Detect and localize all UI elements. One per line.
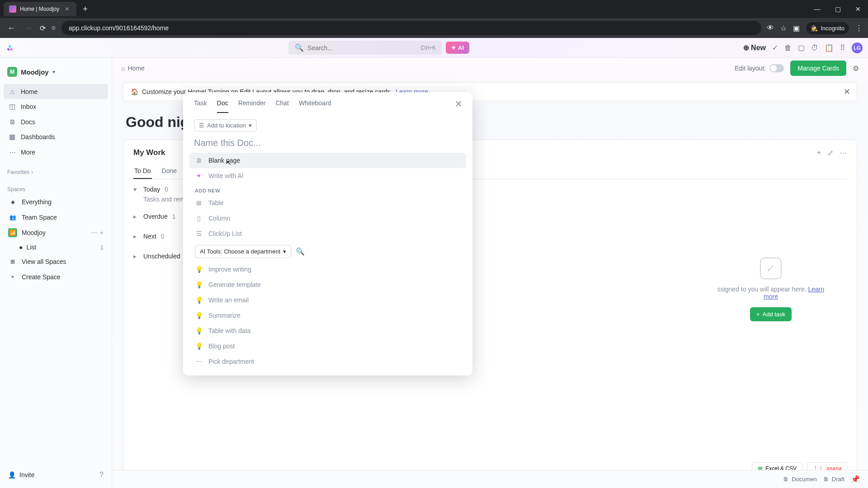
ai-blog-post[interactable]: 💡 Blog post — [189, 338, 466, 354]
tab-close-icon[interactable]: ✕ — [63, 6, 71, 12]
caret-right-icon[interactable]: ▸ — [133, 213, 139, 220]
sidebar-item-inbox[interactable]: ◫ Inbox — [4, 99, 108, 114]
ai-summarize[interactable]: 💡 Summarize — [189, 308, 466, 323]
search-box[interactable]: 🔍 Ctrl+K — [288, 41, 442, 55]
expand-icon[interactable]: ⤢ — [827, 149, 833, 157]
breadcrumb[interactable]: Home — [127, 65, 144, 72]
option-clickup-list[interactable]: ☰ ClickUp List — [189, 226, 466, 241]
dock-draft[interactable]: 🗎 Draft — [823, 476, 844, 483]
card-title: My Work — [133, 148, 165, 157]
ai-generate-template[interactable]: 💡 Generate template — [189, 277, 466, 292]
modal-tab-whiteboard[interactable]: Whiteboard — [299, 99, 331, 113]
menu-icon[interactable]: ⋮ — [855, 24, 863, 33]
space-moodjoy[interactable]: 📶 Moodjoy ⋯ + — [4, 225, 108, 240]
invite-button[interactable]: 👤 Invite — [8, 471, 34, 479]
doc-icon: 🗎 — [8, 118, 16, 126]
manage-cards-button[interactable]: Manage Cards — [790, 61, 846, 76]
workspace-name: Moodjoy — [21, 68, 49, 76]
search-icon[interactable]: 🔍 — [296, 247, 305, 256]
sidebar-item-home[interactable]: ⌂ Home — [4, 84, 108, 99]
url-bar[interactable]: app.clickup.com/9016164592/home — [61, 21, 761, 35]
edit-layout-toggle[interactable] — [769, 64, 784, 72]
ellipsis-icon[interactable]: ⋯ — [840, 149, 847, 157]
option-blank-page[interactable]: 🗎 Blank page — [189, 153, 466, 168]
video-icon[interactable]: ▢ — [798, 43, 805, 52]
option-write-ai[interactable]: ✦ Write with AI — [189, 168, 466, 183]
doc-icon: 🗎 — [783, 476, 789, 483]
bulb-icon: 💡 — [195, 343, 203, 350]
add-location-button[interactable]: ☰ Add to location ▾ — [194, 119, 257, 131]
view-all-spaces[interactable]: ⊞ View all Spaces — [4, 254, 108, 269]
chevron-right-icon: › — [31, 169, 33, 175]
space-list-item[interactable]: ● List 1 — [4, 240, 108, 254]
maximize-icon[interactable]: ▢ — [831, 4, 844, 14]
caret-right-icon[interactable]: ▸ — [133, 253, 139, 260]
clock-icon[interactable]: ⏱ — [811, 44, 818, 52]
check-circle-icon[interactable]: ✓ — [772, 43, 778, 52]
grid-icon: ⊞ — [8, 257, 17, 266]
ai-tools-dropdown[interactable]: AI Tools: Choose a department ▾ — [195, 245, 291, 258]
modal-tab-doc[interactable]: Doc — [217, 99, 228, 113]
space-team[interactable]: 👥 Team Space — [4, 210, 108, 225]
sidebar-item-docs[interactable]: 🗎 Docs — [4, 114, 108, 129]
site-settings-icon[interactable]: ⚙ — [51, 25, 56, 31]
new-button[interactable]: ⊕ New — [743, 43, 766, 52]
close-icon[interactable]: ✕ — [455, 99, 462, 109]
ai-table-data[interactable]: 💡 Table with data — [189, 323, 466, 338]
sidebar-item-dashboards[interactable]: ▦ Dashboards — [4, 129, 108, 145]
ai-pick-department[interactable]: ⋯ Pick department — [189, 354, 466, 369]
chevron-down-icon: ▾ — [249, 122, 252, 129]
option-table[interactable]: ⊞ Table — [189, 195, 466, 211]
help-icon[interactable]: ? — [99, 471, 104, 479]
bulb-icon: 💡 — [195, 296, 203, 304]
space-everything[interactable]: ◈ Everything — [4, 194, 108, 210]
trash-icon[interactable]: 🗑 — [784, 44, 792, 52]
gear-icon[interactable]: ⚙ — [853, 64, 859, 73]
doc-name-input[interactable] — [194, 138, 462, 148]
plus-icon[interactable]: + — [100, 229, 104, 236]
modal-tab-chat[interactable]: Chat — [275, 99, 289, 113]
add-task-button[interactable]: + Add task — [750, 307, 792, 321]
spaces-section: Spaces — [4, 184, 108, 194]
ai-write-email[interactable]: 💡 Write an email — [189, 292, 466, 308]
ellipsis-icon[interactable]: ⋯ — [91, 229, 97, 236]
modal-tab-task[interactable]: Task — [194, 99, 207, 113]
caret-right-icon[interactable]: ▸ — [133, 233, 139, 240]
avatar[interactable]: LG — [852, 42, 863, 53]
create-space[interactable]: + Create Space — [4, 269, 108, 285]
house-emoji-icon: 🏠 — [131, 88, 138, 95]
reload-button[interactable]: ⟳ — [40, 24, 46, 33]
caret-down-icon[interactable]: ▾ — [133, 186, 139, 193]
close-window-icon[interactable]: ✕ — [852, 4, 864, 14]
favicon-icon — [9, 5, 16, 13]
incognito-badge[interactable]: 🕵 Incognito — [806, 22, 849, 34]
minimize-icon[interactable]: — — [811, 4, 824, 14]
search-icon: 🔍 — [295, 43, 304, 52]
favorites-section[interactable]: Favorites › — [4, 167, 108, 177]
notepad-icon[interactable]: 📋 — [825, 43, 834, 52]
forward-button[interactable]: → — [23, 22, 34, 35]
ai-button[interactable]: ✦ AI — [446, 42, 469, 54]
browser-tab[interactable]: Home | Moodjoy ✕ — [4, 2, 76, 16]
dock-document[interactable]: 🗎 Documen — [783, 476, 817, 483]
back-button[interactable]: ← — [5, 22, 17, 35]
new-tab-button[interactable]: + — [78, 5, 92, 14]
option-column[interactable]: ▯ Column — [189, 211, 466, 226]
workspace-switcher[interactable]: M Moodjoy ▾ — [4, 63, 108, 80]
sidebar-item-more[interactable]: ⋯ More — [4, 145, 108, 160]
close-icon[interactable]: ✕ — [844, 87, 850, 97]
plus-icon: + — [8, 272, 17, 282]
bookmark-icon[interactable]: ☆ — [780, 24, 787, 33]
search-input[interactable] — [307, 44, 417, 52]
pin-icon[interactable]: 📌 — [851, 475, 860, 483]
modal-tab-reminder[interactable]: Reminder — [238, 99, 266, 113]
panel-icon[interactable]: ▣ — [793, 24, 800, 33]
apps-icon[interactable]: ⠿ — [840, 43, 845, 52]
eye-off-icon[interactable]: 👁 — [767, 24, 774, 32]
clickup-logo-icon[interactable] — [5, 43, 14, 52]
bulb-icon: 💡 — [195, 266, 203, 273]
tab-todo[interactable]: To Do — [133, 164, 152, 179]
ai-improve-writing[interactable]: 💡 Improve writing — [189, 262, 466, 277]
plus-icon[interactable]: + — [817, 149, 821, 157]
tab-done[interactable]: Done — [161, 164, 178, 179]
